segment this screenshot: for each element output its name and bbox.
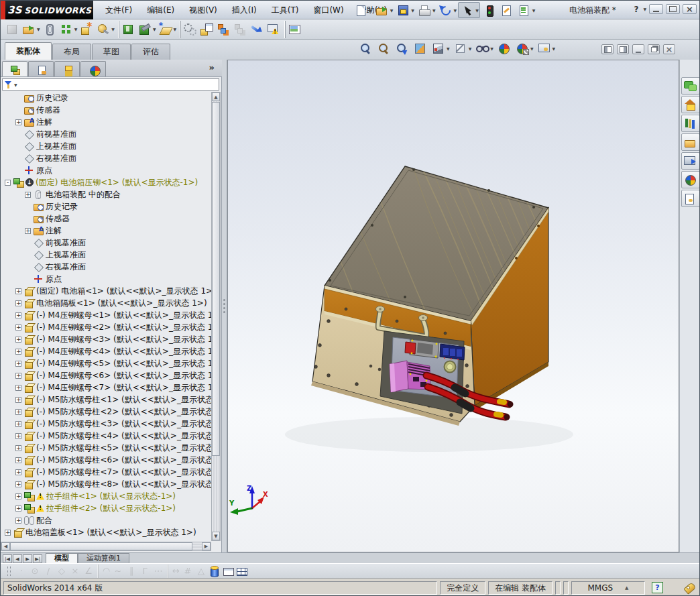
view-palette[interactable] (681, 152, 700, 170)
chevron-down-icon[interactable]: ▼ (111, 27, 115, 32)
design-library[interactable] (681, 115, 700, 132)
chevron-down-icon[interactable]: ▼ (37, 27, 40, 32)
command-tab[interactable]: 草图 (92, 44, 131, 60)
expand-toggle[interactable]: + (5, 530, 11, 536)
mate[interactable]: ▼ (41, 21, 58, 38)
circle[interactable]: ⊙ (28, 564, 42, 578)
chevron-down-icon[interactable]: ▼ (530, 46, 534, 51)
design-table[interactable] (235, 564, 248, 578)
chevron-down-icon[interactable]: ▼ (532, 8, 536, 13)
tree-item[interactable]: + (-) M5防水螺母柱<1> (默认<<默认>_显示状态 1>) (1, 394, 211, 406)
arc[interactable]: ◠ (98, 564, 111, 578)
polygon[interactable]: ◇ (55, 564, 68, 578)
scrollbar-thumb[interactable] (212, 102, 220, 456)
maximize-button[interactable] (666, 4, 680, 14)
expand-toggle[interactable]: + (25, 228, 31, 234)
tree-item[interactable]: 传感器 (1, 213, 211, 225)
chevron-down-icon[interactable]: ▼ (469, 46, 472, 51)
tree-item[interactable]: + (-) M5防水螺母柱<6> (默认<<默认>_显示状态 1>) (1, 454, 211, 466)
tree-horizontal-scrollbar[interactable]: ◀ ▶ (1, 542, 211, 551)
tab-scroll-button[interactable]: ▶ (23, 554, 32, 563)
expand-toggle[interactable]: + (15, 409, 21, 415)
tree-item[interactable]: 原点 (1, 273, 211, 285)
smart-dimension[interactable]: ↔ (168, 564, 181, 578)
tree-item[interactable]: + (-) M5防水螺母柱<5> (默认<<默认>_显示状态 1>) (1, 442, 211, 454)
new-motion-study[interactable]: ▼ (180, 21, 198, 38)
appearances-scenes[interactable] (681, 171, 700, 188)
menu-item[interactable]: 视图(V) (182, 3, 225, 17)
tree-item[interactable]: + 注解 (1, 116, 211, 128)
tree-item[interactable]: + 电池箱盖板<1> (默认<<默认>_显示状态 1>) (1, 526, 211, 538)
configurationmanager[interactable] (54, 61, 80, 76)
explode-line-sketch[interactable]: ▼ (231, 21, 248, 38)
menu-item[interactable]: 文件(F) (98, 3, 139, 17)
help-button[interactable]: ? (632, 5, 640, 14)
tree-item[interactable]: + (-) M4压铆螺母<3> (默认<<默认>_显示状态 1>) (1, 333, 211, 345)
tree-item[interactable]: 前视基准面 (1, 237, 211, 249)
spline[interactable]: ~ (111, 564, 125, 578)
parallel-relation[interactable]: ∥ (125, 564, 138, 578)
tree-vertical-scrollbar[interactable]: ▲ ▼ (211, 92, 221, 541)
expand-toggle[interactable]: + (15, 481, 21, 487)
insert-component-from-file[interactable]: ▼ (20, 21, 41, 38)
chevron-down-icon[interactable]: ▼ (369, 8, 372, 13)
pane-split-left[interactable] (601, 44, 614, 54)
expand-toggle[interactable]: + (15, 469, 21, 475)
undo[interactable]: ▼ (437, 2, 458, 18)
large-assembly-mode[interactable]: ▼ (265, 21, 282, 38)
tab-scroll-button[interactable]: ▶| (33, 554, 42, 563)
corner-rectangle[interactable]: Γ (138, 564, 152, 578)
trim-entities[interactable]: × (68, 564, 82, 578)
select-tool[interactable]: ▼ (458, 2, 480, 18)
tree-item[interactable]: + 拉手组件<2> (默认<显示状态-1>) (1, 502, 211, 514)
tree-item[interactable]: + (-) M5防水螺母柱<3> (默认<<默认>_显示状态 1>) (1, 418, 211, 430)
apply-scene[interactable]: ▼ (514, 42, 534, 56)
tree-item[interactable]: 传感器 (1, 104, 211, 116)
scroll-up-arrow[interactable]: ▲ (212, 93, 220, 101)
panel-splitter[interactable] (222, 60, 227, 552)
close-document[interactable] (663, 44, 675, 54)
command-tab[interactable]: 布局 (52, 44, 91, 60)
tree-item[interactable]: + (-) M5防水螺母柱<2> (默认<<默认>_显示状态 1>) (1, 406, 211, 418)
solidworks-forum[interactable] (681, 77, 700, 95)
command-tab[interactable]: 装配体 (5, 42, 52, 60)
take-snapshot[interactable]: ▼ (285, 21, 302, 38)
quick-tips-button[interactable]: ? (652, 582, 663, 593)
panel-overflow-chevron[interactable]: » (209, 62, 215, 72)
custom-properties[interactable] (681, 190, 700, 207)
propertymanager[interactable] (28, 61, 54, 76)
minimize-button[interactable] (649, 4, 663, 14)
tree-item[interactable]: + 电池箱装配 中的配合 (1, 188, 211, 200)
tree-item[interactable]: + (-) M4压铆螺母<4> (默认<<默认>_显示状态 1>) (1, 345, 211, 357)
zoom-to-fit[interactable]: ▼ (357, 42, 374, 56)
scroll-left-arrow[interactable]: ◀ (1, 542, 10, 550)
expand-toggle[interactable]: + (15, 421, 21, 427)
chevron-down-icon[interactable]: ▼ (643, 7, 646, 11)
menu-item[interactable]: 工具(T) (264, 3, 306, 17)
hide-show-items[interactable]: ▼ (473, 42, 494, 56)
chevron-down-icon[interactable]: ▼ (174, 27, 177, 32)
section-view[interactable]: ▼ (412, 42, 428, 56)
bill-of-materials[interactable]: ▼ (198, 21, 215, 38)
reference-geometry[interactable]: ▼ (157, 21, 178, 38)
tree-item[interactable]: + (-) M5防水螺母柱<7> (默认<<默认>_显示状态 1>) (1, 466, 211, 478)
expand-toggle[interactable]: + (15, 361, 21, 367)
tree-item[interactable]: + (-) M5防水螺母柱<8> (默认<<默认>_显示状态 1>) (1, 478, 211, 490)
chevron-down-icon[interactable]: ▼ (552, 46, 556, 51)
points-chain[interactable]: ⋯ (152, 564, 165, 578)
expand-toggle[interactable]: + (15, 288, 21, 294)
grid-snap[interactable]: # (181, 564, 194, 578)
tag-icon[interactable] (682, 581, 698, 595)
scroll-down-arrow[interactable]: ▼ (212, 532, 220, 540)
previous-view[interactable]: ▼ (394, 42, 410, 56)
linear-component-pattern[interactable]: ▼ (58, 21, 78, 38)
line[interactable]: / (42, 564, 55, 578)
expand-toggle[interactable]: + (15, 518, 21, 524)
exploded-view[interactable]: ▼ (215, 21, 231, 38)
expand-toggle[interactable]: + (15, 337, 21, 343)
assembly-features[interactable]: ▼ (136, 21, 157, 38)
expand-toggle[interactable]: + (15, 119, 21, 125)
expand-toggle[interactable]: + (15, 300, 21, 306)
command-tab[interactable]: 评估 (131, 44, 170, 60)
file-explorer[interactable] (681, 133, 700, 151)
